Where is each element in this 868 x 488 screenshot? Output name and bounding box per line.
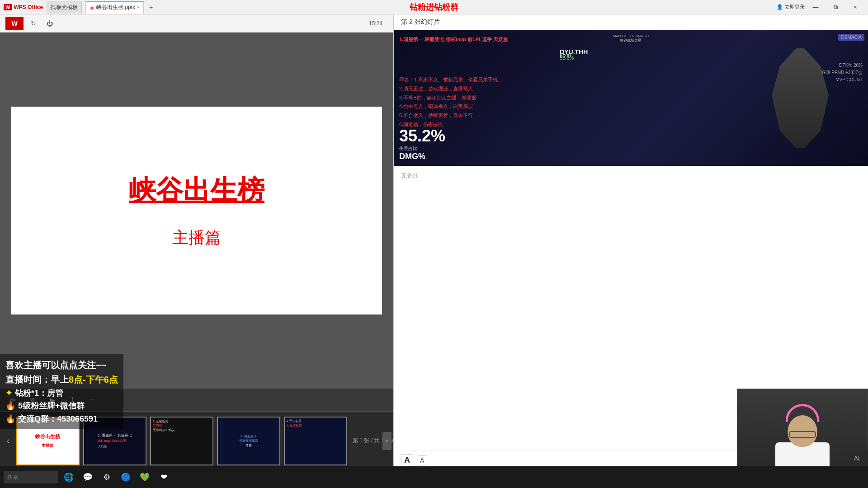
taskbar-icon-5[interactable]: 💚 [137,469,153,485]
wps-label: WPS Office [14,4,43,10]
taskbar-search-input[interactable] [4,471,58,483]
overlay-line2: 直播时间：早上8点-下午6点 [5,372,118,387]
at-label: At [845,450,868,466]
font-increase-button[interactable]: A [401,454,413,466]
crime3: 3.不尊B的，破坏别人主播，增添磨 [399,94,498,103]
taskbar-icon-6[interactable]: ❤ [156,469,172,485]
tab-templates[interactable]: 找板壳模板 [47,1,82,14]
preview-percent: 55.6% [560,55,574,61]
thumb4-content: 3. 脑面表子无脑梦无雷网考格 [218,418,279,465]
nav-arrow-icon: › [386,438,388,444]
preview-background: 1.国服第一 韩服第七 德杯mvp 前LPL选手 天妩族 MAN OF THE … [394,30,868,166]
taskbar-icon-4-glyph: 🔵 [121,472,131,482]
slide-content: 峡谷出生榜 主播篇 [11,107,382,314]
overlay-line3-text: 钻粉*1：房管 [15,387,63,400]
star-icon: ✦ [5,387,12,400]
taskbar-icon-2-glyph: 💬 [83,472,93,482]
tab-templates-label: 找板壳模板 [51,4,78,11]
tab-pptx[interactable]: ▣ 峡谷出生榜.pptx × [85,1,144,14]
preview-crimes: 罪名：1.不忠不义、被刺兄弟、偷看兄弟手机 2.助无正法，游戏强迁，直播骂人 3… [399,75,498,129]
taskbar-icon-2[interactable]: 💬 [80,469,96,485]
taskbar-icon-3[interactable]: ⚙ [99,469,115,485]
overlay-line5: 🔥 交流Q群：453066591 [5,413,118,426]
overlay-line3: ✦ 钻粉*1：房管 [5,387,118,400]
taskbar-icon-5-glyph: 💚 [140,472,150,482]
taskbar-icon-4[interactable]: 🔵 [118,469,134,485]
taskbar-icon-3-glyph: ⚙ [103,472,110,482]
thumb3-content: 2.无端断言 赤霞宗 无辜框架 P妈友 [151,418,212,465]
motm-label: MAN OF THE MATCH [613,34,649,38]
power-icon: ⏻ [47,20,53,27]
overlay-line4-text: 5级粉丝牌+微信群 [18,399,85,413]
group-icon: 🔥 [5,413,15,426]
overlay-line4: 🔥 5级粉丝牌+微信群 [5,399,118,413]
crime5: 5.不合做人，抄写房管，身体不行 [399,111,498,120]
player-figure [760,48,841,166]
preview-top-text1: 1.国服第一 韩服第七 德杯mvp 前LPL选手 天妩族 [399,37,508,42]
taskbar: 🌐 💬 ⚙ 🔵 💚 ❤ [0,466,868,488]
titlebar: W WPS Office 找板壳模板 ▣ 峡谷出生榜.pptx × + 钻粉进钻… [0,0,868,14]
font-decrease-button[interactable]: A [417,455,427,465]
slide-title: 峡谷出生榜 [129,172,264,209]
preview-dmg-percent: DMG% [399,152,445,161]
crime2: 2.助无正法，游戏强迁，直播骂人 [399,84,498,94]
prev-arrow-icon: ‹ [7,436,9,446]
wps-toolbar-logo: W [5,17,24,30]
taskbar-icon-6-glyph: ❤ [160,472,167,482]
close-button[interactable]: × [846,2,864,13]
person-headphones [786,404,820,422]
overlay-time-prefix: 直播时间：早上 [5,375,69,385]
wps-logo: W WPS Office [4,4,43,10]
thumb1-title: 峡谷出生榜 [35,433,60,440]
slide-header-label: 第 2 张幻灯片 [401,18,440,25]
nav-arrow-button[interactable]: › [382,432,392,450]
toolbar: W ↻ ⏻ 15:24 [0,14,393,33]
account-icon: 👤 [777,4,783,10]
wps-icon: W [4,4,12,10]
player-silhouette [760,48,841,166]
crime1: 罪名：1.不忠不义、被刺兄弟、偷看兄弟手机 [399,75,498,84]
fire-icon: 🔥 [5,399,15,413]
slide-thumb-4[interactable]: 3. 脑面表子无脑梦无雷网考格 [217,417,280,465]
taskbar-icon-1[interactable]: 🌐 [61,469,77,485]
toolbar-power-button[interactable]: ⏻ [43,17,56,30]
left-panel: W ↻ ⏻ 15:24 峡谷出生榜 主播篇 ✏ ◎ [0,14,393,470]
motm-subtitle: 峡谷战场之星 [613,38,649,43]
overlay-text: 喜欢主播可以点点关注~~ 直播时间：早上8点-下午6点 ✦ 钻粉*1：房管 🔥 … [0,354,123,429]
slide-thumb-5[interactable]: 4.无知妄题 大标准框架 [284,417,347,465]
slide-subtitle: 主播篇 [172,227,221,249]
slide-preview: 1.国服第一 韩服第七 德杯mvp 前LPL选手 天妩族 MAN OF THE … [394,30,868,166]
overlay-line1: 喜欢主播可以点点关注~~ [5,358,118,372]
prev-arrow-button[interactable]: ‹ [4,434,13,448]
preview-motm: MAN OF THE MATCH 峡谷战场之星 [613,34,649,43]
slide-thumb-3[interactable]: 2.无端断言 赤霞宗 无辜框架 P妈友 [150,417,213,465]
overlay-time-highlight: 8点-下午6点 [69,375,118,385]
toolbar-divider [60,16,60,17]
thumb5-content: 4.无知妄题 大标准框架 [285,418,346,465]
preview-big-number: 35.2% [399,127,445,145]
thumb2-text: 1. 国服第一 韩服第七 德杯mvp 前LPL选手 天妩族 [97,432,132,450]
toolbar-wps-icon: W [5,17,24,30]
preview-dmg-label: 伤害占比 [399,145,445,152]
right-panel-header: 第 2 张幻灯片 [394,14,868,30]
notes-text: 无备注 [401,172,419,179]
refresh-icon: ↻ [31,20,36,27]
tab-pptx-icon: ▣ [90,5,94,11]
toolbar-refresh-button[interactable]: ↻ [27,17,40,30]
tab-close-icon[interactable]: × [137,5,140,10]
tab-add-button[interactable]: + [147,4,155,11]
thumb1-subtitle: 主播篇 [42,443,54,449]
crime4: 4.包中无人，嘲讽视众，刷美底层 [399,102,498,111]
slide-time: 15:24 [369,20,382,27]
taskbar-icon-1-glyph: 🌐 [64,472,74,482]
tab-pptx-label: 峡谷出生榜.pptx [96,4,135,11]
restore-button[interactable]: ⧉ [826,2,844,13]
preview-badge: DEMACIA [838,34,864,41]
account-label: 立即登录 [785,4,805,10]
overlay-line5-text: 交流Q群：453066591 [18,413,98,426]
account-button[interactable]: 👤 立即登录 [777,4,805,10]
slide-canvas: 峡谷出生榜 主播篇 [0,33,393,389]
preview-stats: 35.2% 伤害占比 DMG% [399,127,445,161]
stream-title: 钻粉进钻粉群 [410,2,458,13]
minimize-button[interactable]: — [807,2,825,13]
